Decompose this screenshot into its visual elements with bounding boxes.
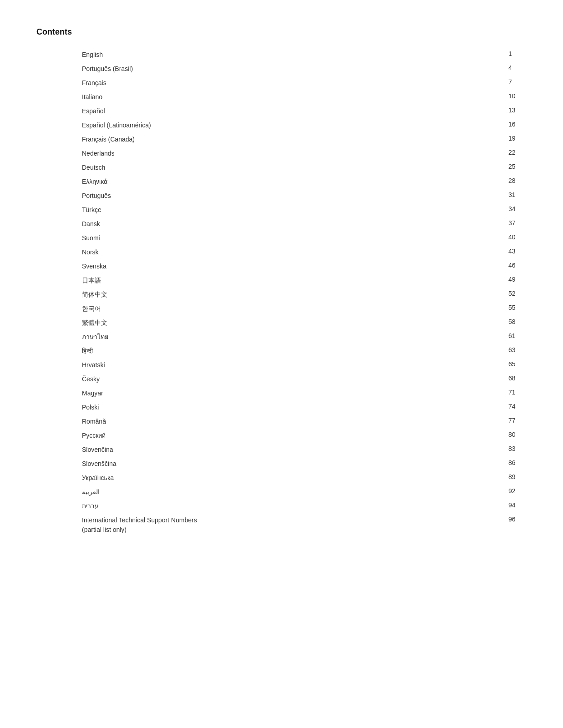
toc-row: Español (Latinoamérica)16 [82, 118, 527, 132]
toc-item-label: Magyar [82, 389, 508, 398]
toc-row: 한국어55 [82, 302, 527, 316]
page-container: Contents English1Português (Brasil)4Fran… [0, 0, 563, 564]
toc-item-page: 16 [508, 121, 527, 128]
toc-item-page: 65 [508, 360, 527, 368]
toc-item-label: हिन्दी [82, 346, 508, 356]
toc-row: हिन्दी63 [82, 344, 527, 358]
toc-row: Svenska46 [82, 259, 527, 273]
toc-item-page: 89 [508, 473, 527, 480]
toc-row: 繁體中文58 [82, 316, 527, 330]
toc-item-label: 日本語 [82, 276, 508, 285]
toc-item-label: Türkçe [82, 205, 508, 215]
toc-row: Ελληνικά28 [82, 175, 527, 189]
toc-row: Русский80 [82, 429, 527, 443]
toc-item-label: Hrvatski [82, 360, 508, 370]
toc-row: Italiano10 [82, 90, 527, 104]
toc-item-page: 4 [508, 64, 527, 71]
toc-item-page: 46 [508, 262, 527, 269]
toc-item-page: 40 [508, 233, 527, 241]
toc-row: Français (Canada)19 [82, 132, 527, 147]
toc-item-label: Norsk [82, 248, 508, 257]
toc-row: English1 [82, 48, 527, 62]
toc-item-page: 61 [508, 332, 527, 339]
toc-item-label: עברית [82, 501, 508, 511]
toc-item-page: 71 [508, 389, 527, 396]
toc-row: ภาษาไทย61 [82, 330, 527, 344]
toc-row: 简体中文52 [82, 288, 527, 302]
toc-row: Français7 [82, 76, 527, 90]
toc-item-page: 74 [508, 403, 527, 410]
toc-item-page: 34 [508, 205, 527, 212]
toc-item-page: 96 [508, 516, 527, 523]
toc-item-label: Deutsch [82, 163, 508, 172]
toc-item-label: Українська [82, 473, 508, 483]
toc-item-label: Français (Canada) [82, 135, 508, 144]
toc-item-label: 繁體中文 [82, 318, 508, 328]
toc-item-label: International Technical Support Numbers … [82, 516, 508, 535]
toc-item-label: Ελληνικά [82, 177, 508, 187]
toc-item-page: 92 [508, 487, 527, 495]
toc-row: Español13 [82, 104, 527, 118]
toc-row: עברית94 [82, 499, 527, 513]
toc-row: Suomi40 [82, 231, 527, 245]
toc-row: Hrvatski65 [82, 358, 527, 372]
toc-item-page: 52 [508, 290, 527, 297]
toc-item-label: Svenska [82, 262, 508, 271]
toc-item-page: 55 [508, 304, 527, 311]
toc-table: English1Português (Brasil)4Français7Ital… [82, 48, 527, 537]
toc-row: Українська89 [82, 471, 527, 485]
toc-item-label: Português [82, 191, 508, 201]
toc-item-label: Português (Brasil) [82, 64, 508, 74]
toc-row: العربية92 [82, 485, 527, 499]
page-title: Contents [36, 27, 527, 37]
toc-item-label: Dansk [82, 219, 508, 229]
toc-item-page: 28 [508, 177, 527, 184]
toc-row: Dansk37 [82, 217, 527, 231]
toc-item-label: Polski [82, 403, 508, 412]
toc-row: Slovenčina83 [82, 443, 527, 457]
toc-item-label: Suomi [82, 233, 508, 243]
toc-item-page: 1 [508, 50, 527, 57]
toc-item-label: English [82, 50, 508, 60]
toc-row: Türkçe34 [82, 203, 527, 217]
toc-item-page: 77 [508, 417, 527, 424]
toc-row: International Technical Support Numbers … [82, 513, 527, 537]
toc-item-page: 10 [508, 92, 527, 100]
toc-item-label: Español [82, 106, 508, 116]
toc-item-page: 80 [508, 431, 527, 438]
toc-item-label: Česky [82, 374, 508, 384]
toc-item-label: 한국어 [82, 304, 508, 313]
toc-item-page: 25 [508, 163, 527, 170]
toc-item-page: 7 [508, 78, 527, 86]
toc-item-page: 19 [508, 135, 527, 142]
toc-item-label: Italiano [82, 92, 508, 102]
toc-item-label: Español (Latinoamérica) [82, 121, 508, 130]
toc-item-page: 58 [508, 318, 527, 325]
toc-item-label: Slovenščina [82, 459, 508, 469]
toc-item-page: 31 [508, 191, 527, 198]
toc-item-page: 13 [508, 106, 527, 114]
toc-item-label: Français [82, 78, 508, 88]
toc-item-page: 94 [508, 501, 527, 509]
toc-item-label: ภาษาไทย [82, 332, 508, 342]
toc-row: Slovenščina86 [82, 457, 527, 471]
toc-item-label: Русский [82, 431, 508, 440]
toc-item-label: Nederlands [82, 149, 508, 158]
toc-item-label: Română [82, 417, 508, 426]
toc-row: Português31 [82, 189, 527, 203]
toc-row: Polski74 [82, 400, 527, 415]
toc-item-page: 22 [508, 149, 527, 156]
toc-item-page: 86 [508, 459, 527, 466]
toc-row: Română77 [82, 415, 527, 429]
toc-row: Česky68 [82, 372, 527, 386]
toc-item-page: 63 [508, 346, 527, 354]
toc-row: Norsk43 [82, 245, 527, 259]
toc-item-page: 83 [508, 445, 527, 452]
toc-item-label: 简体中文 [82, 290, 508, 299]
toc-item-label: العربية [82, 487, 508, 497]
toc-item-label: Slovenčina [82, 445, 508, 455]
toc-item-page: 49 [508, 276, 527, 283]
toc-row: 日本語49 [82, 273, 527, 288]
toc-row: Português (Brasil)4 [82, 62, 527, 76]
toc-row: Deutsch25 [82, 161, 527, 175]
